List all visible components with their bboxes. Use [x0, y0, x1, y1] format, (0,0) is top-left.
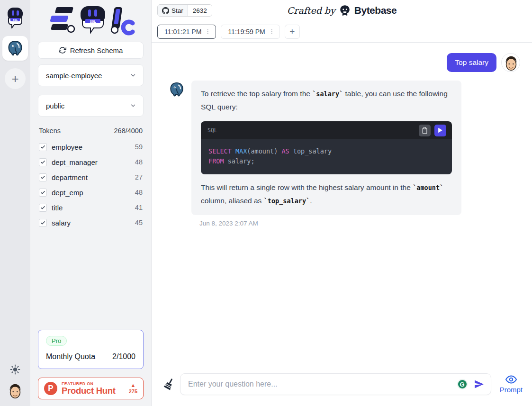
- user-message-row: Top salary: [169, 53, 520, 72]
- inline-code: `salary`: [312, 90, 343, 98]
- sidebar-spacer: [38, 230, 144, 330]
- refresh-schema-label: Refresh Schema: [70, 46, 123, 54]
- message-timestamp: Jun 8, 2023 2:07 AM: [199, 220, 461, 227]
- table-row[interactable]: employee 59: [38, 139, 144, 154]
- github-star-button[interactable]: Star 2632: [157, 4, 212, 17]
- table-row[interactable]: salary 45: [38, 215, 144, 230]
- crafted-by-bytebase[interactable]: Crafted by Bytebase: [287, 4, 397, 17]
- database-select[interactable]: sample-employee: [38, 64, 144, 86]
- robot-icon: SQL: [6, 7, 25, 28]
- tab-label: 11:19:59 PM: [228, 28, 265, 36]
- refresh-schema-button[interactable]: Refresh Schema: [38, 42, 144, 59]
- table-token-count: 45: [135, 219, 143, 226]
- connection-postgres[interactable]: [2, 36, 28, 61]
- user-avatar: [501, 53, 520, 72]
- main-header: Star 2632 Crafted by Bytebase: [152, 0, 532, 21]
- user-message-bubble: Top salary: [447, 53, 496, 72]
- table-row[interactable]: dept_emp 48: [38, 185, 144, 200]
- table-name: department: [52, 173, 135, 181]
- quota-value: 2/1000: [112, 352, 135, 361]
- code-block-body: SELECT MAX(amount) AS top_salary FROM sa…: [201, 139, 452, 174]
- code-block-header: SQL: [201, 121, 452, 139]
- grammarly-icon[interactable]: G: [457, 379, 468, 389]
- table-checkbox[interactable]: [39, 219, 47, 227]
- sqlchat-logo: SQL: [38, 0, 144, 42]
- star-count: 2632: [188, 5, 212, 16]
- assistant-outro-paragraph: This will return a single row with the h…: [201, 181, 452, 208]
- send-icon: [473, 379, 485, 390]
- product-hunt-votes: ▲ 275: [129, 383, 137, 394]
- tokens-label: Tokens: [39, 127, 61, 135]
- table-token-count: 41: [135, 204, 143, 211]
- conversation-tabs: 11:01:21 PM 11:19:59 PM +: [152, 21, 532, 43]
- inline-code: `amount`: [413, 184, 443, 191]
- composer: G Prompt: [152, 369, 532, 406]
- tokens-value: 268/4000: [114, 127, 143, 135]
- quota-card: Pro Monthly Quota 2/1000: [38, 330, 144, 369]
- connection-rail: SQL +: [0, 0, 30, 406]
- product-hunt-logo-icon: P: [44, 382, 57, 395]
- tab-conversation-2[interactable]: 11:19:59 PM: [221, 25, 280, 39]
- run-query-button[interactable]: [434, 125, 446, 136]
- table-checkbox[interactable]: [39, 173, 47, 181]
- table-checkbox[interactable]: [39, 204, 47, 212]
- plus-icon: +: [11, 72, 18, 85]
- check-icon: [40, 144, 45, 150]
- check-icon: [40, 175, 45, 180]
- schema-select[interactable]: public: [38, 95, 144, 117]
- upvote-triangle-icon: ▲: [130, 383, 135, 388]
- code-line: FROM salary;: [208, 156, 444, 166]
- table-name: employee: [52, 143, 135, 151]
- new-conversation-button[interactable]: +: [285, 25, 300, 39]
- sqlchat-bot-avatar-icon[interactable]: SQL: [5, 6, 26, 29]
- tab-label: 11:01:21 PM: [164, 28, 201, 36]
- table-name: salary: [52, 219, 135, 227]
- table-checkbox[interactable]: [39, 143, 47, 151]
- user-account-avatar[interactable]: [6, 381, 24, 400]
- send-button[interactable]: [473, 379, 485, 390]
- sidebar: SQL Refresh Schema sample-employee publi…: [30, 0, 152, 406]
- refresh-icon: [59, 46, 66, 54]
- theme-toggle-button[interactable]: [10, 364, 20, 375]
- table-row[interactable]: title 41: [38, 200, 144, 215]
- code-language-label: SQL: [207, 127, 217, 134]
- postgres-elephant-icon: [169, 81, 185, 98]
- add-connection-button[interactable]: +: [5, 68, 26, 89]
- check-icon: [40, 205, 45, 210]
- table-name: dept_manager: [52, 158, 135, 166]
- main-panel: Star 2632 Crafted by Bytebase 11:01:21 P…: [152, 0, 532, 406]
- database-select-value: sample-employee: [46, 72, 102, 80]
- svg-text:SQL: SQL: [90, 20, 96, 24]
- svg-text:SQL: SQL: [13, 18, 18, 21]
- sqlchat-logo-icon: SQL: [45, 5, 137, 36]
- sql-code-block: SQL: [201, 121, 452, 174]
- chevron-down-icon: [130, 102, 136, 109]
- table-checkbox[interactable]: [39, 158, 47, 166]
- copy-code-button[interactable]: [419, 125, 431, 136]
- assistant-message-wrap: To retrieve the top salary from the `sal…: [191, 81, 461, 227]
- question-input[interactable]: [180, 373, 491, 395]
- sun-icon: [10, 364, 20, 375]
- kebab-menu-icon[interactable]: [205, 28, 211, 35]
- table-token-count: 48: [135, 189, 143, 196]
- prompt-button[interactable]: Prompt: [500, 375, 523, 394]
- chat-area: Top salary: [152, 43, 532, 369]
- table-token-count: 27: [135, 173, 143, 181]
- assistant-message-bubble: To retrieve the top salary from the `sal…: [191, 81, 461, 215]
- table-checkbox[interactable]: [39, 189, 47, 197]
- play-icon: [438, 127, 443, 133]
- prompt-label: Prompt: [500, 386, 523, 394]
- tab-conversation-1[interactable]: 11:01:21 PM: [157, 25, 216, 39]
- star-label: Star: [171, 7, 183, 14]
- kebab-menu-icon[interactable]: [269, 28, 275, 35]
- table-row[interactable]: dept_manager 48: [38, 154, 144, 170]
- tokens-row: Tokens 268/4000: [39, 127, 143, 135]
- bytebase-brand-name: Bytebase: [354, 5, 397, 16]
- schema-select-value: public: [46, 102, 64, 110]
- product-hunt-badge[interactable]: P FEATURED ON Product Hunt ▲ 275: [38, 378, 144, 399]
- table-token-count: 59: [135, 143, 143, 151]
- table-row[interactable]: department 27: [38, 170, 144, 185]
- crafted-by-label: Crafted by: [287, 5, 335, 16]
- clear-conversation-button[interactable]: [163, 378, 175, 391]
- plus-icon: +: [289, 27, 295, 37]
